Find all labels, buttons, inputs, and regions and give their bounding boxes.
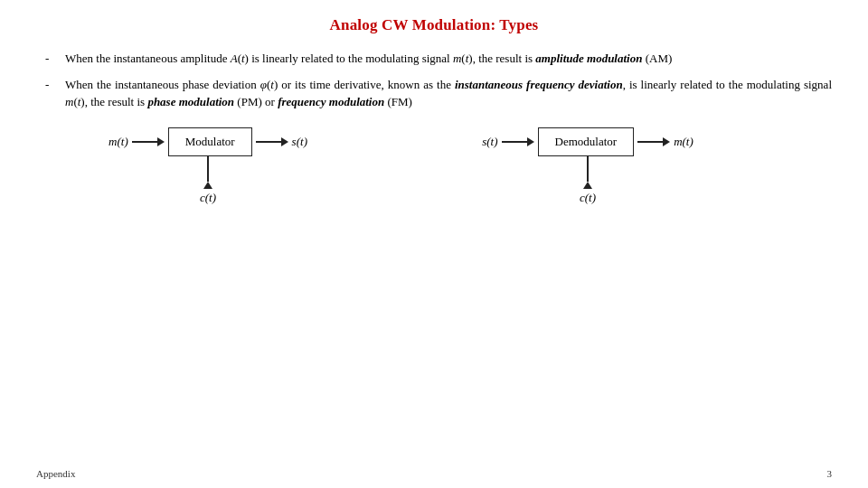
demodulator-arrow-in <box>502 137 534 146</box>
modulator-input-label: m(t) <box>108 135 128 149</box>
modulator-box: Modulator <box>168 127 252 156</box>
demodulator-box: Demodulator <box>538 127 635 156</box>
page: Analog CW Modulation: Types - When the i… <box>0 0 868 488</box>
modulator-main-row: m(t) Modulator s(t) <box>108 127 307 156</box>
bullet-dash-2: - <box>45 77 60 94</box>
demodulator-output-label: m(t) <box>674 135 693 149</box>
demodulator-diagram: s(t) Demodulator m(t) <box>443 127 732 205</box>
diagrams-row: m(t) Modulator s(t) c <box>63 127 832 205</box>
demodulator-bottom-arrow: c(t) <box>580 156 596 205</box>
modulator-arrow-out <box>256 137 288 146</box>
bullet-item-2: - When the instantaneous phase deviation… <box>45 77 832 111</box>
modulator-diagram: m(t) Modulator s(t) c <box>63 127 353 205</box>
footer-left: Appendix <box>36 468 75 479</box>
bullet-dash-1: - <box>45 51 60 68</box>
demodulator-main-row: s(t) Demodulator m(t) <box>482 127 693 156</box>
footer-right: 3 <box>827 468 833 479</box>
demodulator-c-label: c(t) <box>580 191 596 205</box>
demodulator-input-label: s(t) <box>482 135 497 149</box>
bullet-item-1: - When the instantaneous amplitude A(t) … <box>45 51 832 68</box>
footer: Appendix 3 <box>36 468 832 479</box>
page-title: Analog CW Modulation: Types <box>36 16 832 34</box>
modulator-output-label: s(t) <box>292 135 307 149</box>
demodulator-arrow-out <box>637 137 670 146</box>
modulator-c-label: c(t) <box>200 191 216 205</box>
modulator-arrow-in <box>132 137 165 146</box>
bullet-text-2: When the instantaneous phase deviation φ… <box>65 77 832 111</box>
bullet-text-1: When the instantaneous amplitude A(t) is… <box>65 51 672 68</box>
modulator-bottom-arrow: c(t) <box>200 156 216 205</box>
bullets-section: - When the instantaneous amplitude A(t) … <box>45 51 832 111</box>
